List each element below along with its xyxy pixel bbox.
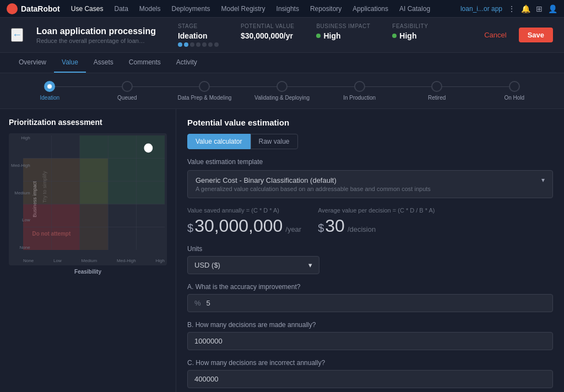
step-circle-validating [276,81,288,92]
nav-models[interactable]: Models [135,3,165,15]
potential-value-label: POTENTIAL VALUE [241,23,295,29]
chart-plot-area: High Med-High Medium Low None [23,135,165,250]
x-label-medhigh: Med-High [117,258,136,263]
business-impact-dot [316,34,321,38]
pipeline-step-production[interactable]: In Production [321,81,398,101]
dropdown-title: Generic Cost - Binary Classification (de… [196,176,431,184]
step-label-validating: Validating & Deploying [254,95,310,101]
x-label-low: Low [53,258,62,263]
units-chevron-icon: ▾ [308,261,312,269]
pipeline-step-ideation[interactable]: Ideation [11,81,89,101]
svg-text:Do not attempt: Do not attempt [32,231,71,237]
y-label-medhigh: Med-High [11,163,30,168]
field-a: A. What is the accuracy improvement? % 5 [187,283,553,312]
x-label-none: None [23,258,34,263]
step-circle-on-hold [509,81,520,92]
field-c: C. How many decisions are incorrect annu… [187,359,553,388]
dropdown-text-block: Generic Cost - Binary Classification (de… [196,176,431,192]
value-saved-unit: /year [285,225,301,233]
avg-value-label: Average value per decision = (C * D / B … [318,207,435,214]
step-circle-production [354,81,365,92]
tab-overview[interactable]: Overview [11,53,54,73]
field-c-value: 400000 [194,375,218,383]
user-icon[interactable]: 👤 [548,4,557,13]
business-impact-label: BUSINESS IMPACT [316,23,370,29]
avg-value-unit: /decision [348,225,376,233]
svg-text:Try to simplify: Try to simplify [42,171,47,203]
y-label-low: Low [22,217,30,222]
avg-value-amount: $ 30 /decision [318,216,435,236]
value-saved-number: 30,000,000 [194,216,283,236]
cancel-button[interactable]: Cancel [478,28,513,42]
stage-dot-6 [208,42,213,47]
grid-icon[interactable]: ⊞ [536,4,543,13]
stage-dot-4 [196,42,200,47]
pipeline-step-queued[interactable]: Queued [89,81,166,101]
y-label-medium: Medium [14,190,30,195]
pipeline-step-on-hold[interactable]: On Hold [475,81,553,101]
avg-value-number: 30 [325,216,345,236]
nav-data[interactable]: Data [110,3,132,15]
step-label-ideation: Ideation [40,95,59,101]
chart-container: Business impact High Med-High Medium Low… [9,133,167,265]
feasibility-label: FEASIBILITY [392,23,428,29]
step-label-on-hold: On Hold [504,95,524,101]
stage-dot-5 [202,42,207,47]
template-dropdown[interactable]: Generic Cost - Binary Classification (de… [187,170,553,198]
x-axis-title: Feasibility [9,269,167,275]
x-axis-labels: None Low Medium Med-High High [23,258,165,263]
field-c-label: C. How many decisions are incorrect annu… [187,359,553,367]
stage-label: STAGE [178,23,219,29]
back-button[interactable]: ← [11,28,23,42]
toggle-raw-value[interactable]: Raw value [251,134,298,149]
pipeline-step-validating[interactable]: Validating & Deploying [243,81,321,101]
step-label-queued: Queued [117,95,137,101]
tab-value[interactable]: Value [54,53,86,73]
field-a-value: 5 [207,299,210,307]
stage-dot-3 [190,42,194,47]
field-c-input[interactable]: 400000 [187,370,553,388]
field-a-input[interactable]: % 5 [187,294,553,312]
header-section: ← Loan application processing Reduce the… [0,18,564,53]
business-impact-badge: High [316,31,370,40]
value-saved-currency: $ [187,222,193,235]
toggle-group: Value calculator Raw value [187,134,553,149]
save-button[interactable]: Save [519,28,553,42]
nav-deployments[interactable]: Deployments [167,3,215,15]
notifications-icon[interactable]: 🔔 [521,4,530,13]
stage-dot-1 [178,42,182,47]
nav-right: loan_i...or app ⋮ 🔔 ⊞ 👤 [460,4,557,13]
potential-value: $30,000,000/yr [241,31,295,40]
nav-model-registry[interactable]: Model Registry [217,3,270,15]
stage-dot-2 [184,42,188,47]
nav-insights[interactable]: Insights [272,3,303,15]
y-label-none: None [20,245,30,250]
business-impact-meta: BUSINESS IMPACT High [316,23,370,47]
nav-user[interactable]: loan_i...or app [460,5,502,13]
field-b-input[interactable]: 1000000 [187,332,553,350]
tab-assets[interactable]: Assets [86,53,121,73]
units-select[interactable]: USD ($) ▾ [187,256,319,274]
tab-comments[interactable]: Comments [121,53,169,73]
nav-repository[interactable]: Repository [306,3,346,15]
step-label-retired: Retired [428,95,446,101]
value-saved-label: Value saved annually = (C * D * A) [187,207,301,214]
toggle-value-calculator[interactable]: Value calculator [187,134,251,149]
step-circle-data-prep [199,81,210,92]
tab-activity[interactable]: Activity [169,53,205,73]
nav-use-cases[interactable]: Use Cases [67,3,108,15]
nav-ai-catalog[interactable]: AI Catalog [395,3,435,15]
share-icon[interactable]: ⋮ [508,4,516,13]
left-panel-title: Prioritization assessment [9,118,167,127]
pipeline-section: Ideation Queued Data Prep & Modeling Val… [0,73,564,109]
pipeline-step-retired[interactable]: Retired [398,81,476,101]
pipeline-step-data-prep[interactable]: Data Prep & Modeling [166,81,243,101]
field-b: B. How many decisions are made annually?… [187,321,553,350]
nav-applications[interactable]: Applications [348,3,393,15]
logo-text: DataRobot [21,4,60,13]
x-label-high: High [156,258,165,263]
step-circle-queued [122,81,133,92]
step-label-data-prep: Data Prep & Modeling [178,95,232,101]
stage-progress [178,42,219,47]
pipeline-steps: Ideation Queued Data Prep & Modeling Val… [11,81,553,101]
